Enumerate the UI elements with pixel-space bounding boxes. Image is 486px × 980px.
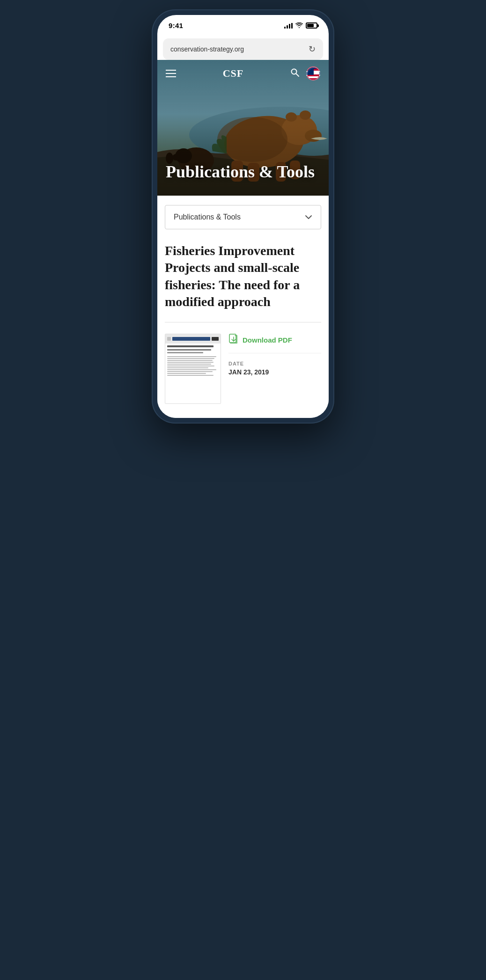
hero-section: CSF — [157, 60, 329, 196]
pdf-icon — [228, 334, 239, 346]
hamburger-menu-button[interactable] — [166, 70, 176, 77]
search-nav-icon[interactable] — [290, 68, 300, 80]
date-label: DATE — [228, 361, 321, 366]
article-title: Fisheries Improvement Projects and small… — [165, 242, 321, 311]
article-right-meta: Download PDF DATE JAN 23, 2019 — [228, 334, 321, 376]
dropdown-label: Publications & Tools — [174, 213, 241, 221]
language-flag-icon[interactable] — [306, 66, 320, 80]
phone-screen: 9:41 — [157, 15, 329, 418]
site-logo[interactable]: CSF — [223, 67, 244, 80]
chevron-down-icon — [305, 213, 312, 221]
phone-frame: 9:41 — [152, 9, 334, 424]
signal-bars-icon — [284, 23, 293, 29]
date-value: JAN 23, 2019 — [228, 368, 321, 376]
nav-bar: CSF — [157, 60, 329, 87]
hero-title: Publications & Tools — [166, 162, 320, 182]
battery-icon — [306, 22, 317, 29]
status-time: 9:41 — [169, 22, 183, 29]
status-icons — [284, 22, 317, 29]
svg-line-20 — [296, 73, 299, 76]
svg-rect-25 — [307, 76, 320, 78]
url-display: conservation-strategy.org — [170, 45, 244, 53]
content-area: Publications & Tools Fisheries Improveme… — [157, 196, 329, 418]
publications-dropdown[interactable]: Publications & Tools — [165, 205, 321, 229]
refresh-icon[interactable]: ↻ — [309, 44, 316, 54]
browser-bar[interactable]: conservation-strategy.org ↻ — [163, 38, 323, 60]
date-meta: DATE JAN 23, 2019 — [228, 361, 321, 376]
download-pdf-label: Download PDF — [243, 336, 292, 344]
divider — [165, 322, 321, 322]
nav-right-icons — [290, 66, 320, 80]
status-bar: 9:41 — [157, 15, 329, 32]
svg-rect-27 — [307, 78, 320, 80]
wifi-icon — [295, 22, 303, 29]
download-pdf-link[interactable]: Download PDF — [228, 334, 321, 353]
article-meta-row: Download PDF DATE JAN 23, 2019 — [165, 334, 321, 404]
article-thumbnail — [165, 334, 221, 404]
